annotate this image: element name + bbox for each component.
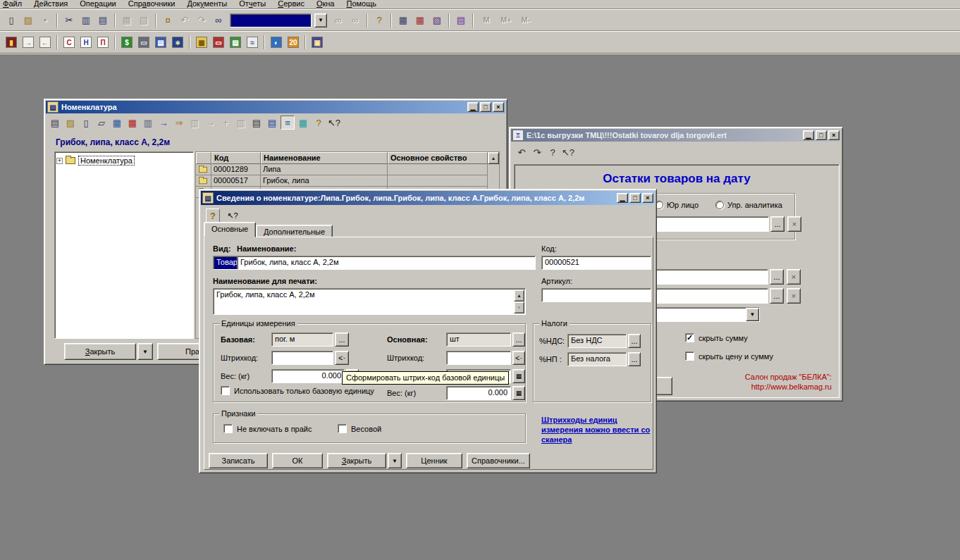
ostatki-titlebar[interactable]: Ξ E:\1с выгрузки ТМЦ\!!!Ostatki tovarov … [511,129,841,142]
print-name-field[interactable]: Грибок, липа, класс А, 2,2м ▲ ▼ [213,288,526,315]
find-next-icon[interactable]: ∞ [331,13,346,28]
column-name[interactable]: Наименование [261,152,388,164]
only-base-unit-label[interactable]: Использовать только базовую единицу [234,387,374,395]
artikul-field[interactable] [541,288,651,302]
close-button[interactable]: × [642,193,653,203]
transfer-icon[interactable]: → [203,116,217,130]
firm-clear-button[interactable]: × [787,216,801,232]
subordinate-list-icon[interactable]: ▦ [296,116,310,130]
np-select-button[interactable]: ... [628,352,641,366]
scroll-down-icon[interactable]: ▼ [514,301,524,313]
history-icon[interactable]: ▤ [265,116,279,130]
main-unit-field[interactable]: шт [446,332,511,347]
context-help-icon[interactable]: ↖? [327,116,341,130]
toolbar-search-combobox[interactable] [230,13,312,27]
help-icon[interactable]: ? [371,13,387,28]
price-journal-icon[interactable]: ▤ [228,35,243,50]
scroll-up-button[interactable]: ▲ [488,152,499,164]
delete-row-icon[interactable]: ▦ [125,116,140,130]
cash-register-icon[interactable]: ▭ [136,35,152,50]
item-clear-button[interactable]: × [787,288,801,304]
warehouse-clear-button[interactable]: × [787,269,801,285]
move-group-icon[interactable]: ⇒ [172,116,186,130]
np-field[interactable]: Без налога [567,352,627,366]
move-item-icon[interactable]: → [156,116,171,130]
name-field[interactable]: Грибок, липа, класс А, 2,2м [237,256,536,270]
memory-button-m[interactable]: M [477,13,496,28]
close-dropdown-button[interactable]: ▼ [388,453,402,468]
copy-row-icon[interactable]: ▥ [141,116,155,130]
report-chart-icon[interactable]: ≈ [245,35,260,50]
close-window-button[interactable]: Закрыть [64,343,136,360]
weight2-field[interactable]: 0.000 [446,386,511,400]
calculator-icon[interactable]: ▦ [395,13,411,28]
1c-books-icon[interactable]: ▮ [4,35,19,50]
warehouse-select-button[interactable]: ... [770,269,784,285]
import-document-icon[interactable]: → [20,35,36,50]
groups-tree[interactable]: + Номенклатура [54,151,194,339]
menu-item-5[interactable]: Отчеты [239,0,266,8]
barcode2-generate-button[interactable]: <· [512,351,525,365]
tab-dopolnitelnye[interactable]: Дополнительные [256,225,333,237]
menu-item-3[interactable]: Справочники [128,0,176,8]
edit-icon[interactable]: ▱ [94,116,109,130]
paste-icon[interactable]: ▤ [95,13,111,28]
maximize-button[interactable]: □ [480,102,491,112]
context-help-icon[interactable]: ↖? [561,145,575,159]
open-folder-icon[interactable]: ▨ [20,13,36,28]
firm-select-button[interactable]: ... [770,216,784,232]
hide-price-sum-checkbox[interactable] [685,351,694,361]
close-button[interactable]: × [828,130,839,140]
memory-button-mplus[interactable]: M+ [497,13,515,28]
menu-item-6[interactable]: Сервис [278,0,304,8]
new-document-icon[interactable]: ▯ [4,13,19,28]
close-button[interactable]: Закрыть [327,453,386,468]
methodology-book-icon[interactable]: ▤ [453,13,469,28]
memory-button-mminus[interactable]: M- [517,13,535,28]
cell-property[interactable] [388,175,488,187]
print-preview-icon[interactable]: ▧ [136,13,152,28]
save-settings-icon[interactable]: ↷ [530,145,544,159]
minimize-button[interactable]: ▁ [467,102,479,112]
delivery-truck-icon[interactable]: ▭ [211,35,226,50]
partners-icon[interactable]: ∗ [170,35,185,50]
copy-icon[interactable]: ▥ [78,13,94,28]
description-icon[interactable]: ▤ [250,116,264,130]
internet-icon[interactable]: ◐ [269,35,284,50]
add-row-icon[interactable]: ▦ [110,116,124,130]
references-button[interactable]: Справочники... [467,453,530,468]
barcode2-field[interactable] [446,351,511,365]
only-base-unit-checkbox[interactable] [221,386,230,395]
minimize-button[interactable]: ▁ [803,130,814,140]
table-lookup-icon[interactable]: ▧ [429,13,445,28]
cell-property[interactable] [388,164,488,175]
open-settings-icon[interactable]: ↶ [515,145,529,159]
barcode-field[interactable] [271,351,333,365]
item-select-button[interactable]: ... [770,288,784,304]
menu-item-0[interactable]: Файл [3,0,22,8]
menu-item-7[interactable]: Окна [316,0,335,8]
export-document-icon[interactable]: ← [37,35,53,50]
ratio-calc-button[interactable]: ▦ [512,369,525,383]
radio-upr-analitika[interactable] [715,201,724,209]
goods-box-icon[interactable]: ▦ [194,35,209,50]
cell-name[interactable]: Грибок, липа [261,175,388,187]
hide-sum-checkbox[interactable]: ✓ [685,333,694,342]
weight2-calc-button[interactable]: ▦ [512,386,525,400]
table-row[interactable]: 00000517Грибок, липа [196,175,499,187]
help-icon[interactable]: ? [206,209,220,223]
maximize-button[interactable]: □ [816,130,827,140]
base-unit-select-button[interactable]: ... [335,332,349,347]
barcode-hint-link[interactable]: Штрихкоды единиц измерения можно ввести … [541,415,656,444]
radio-jur-lico-label[interactable]: Юр лицо [667,201,699,209]
user-workplace-icon[interactable]: ▣ [309,35,325,50]
find-previous-icon[interactable]: ∞ [347,13,363,28]
menu-item-4[interactable]: Документы [187,0,227,8]
hide-price-sum-label[interactable]: скрыть цену и сумму [699,352,773,361]
close-dropdown-button[interactable]: ▼ [137,343,153,360]
minimize-button[interactable]: ▁ [617,193,628,203]
details-titlebar[interactable]: ▤ Сведения о номенклатуре:Липа.Грибок, л… [201,191,655,205]
print-icon[interactable]: ▦ [119,13,135,28]
weighted-checkbox[interactable] [338,424,347,433]
save-button[interactable]: Записать [209,453,268,468]
